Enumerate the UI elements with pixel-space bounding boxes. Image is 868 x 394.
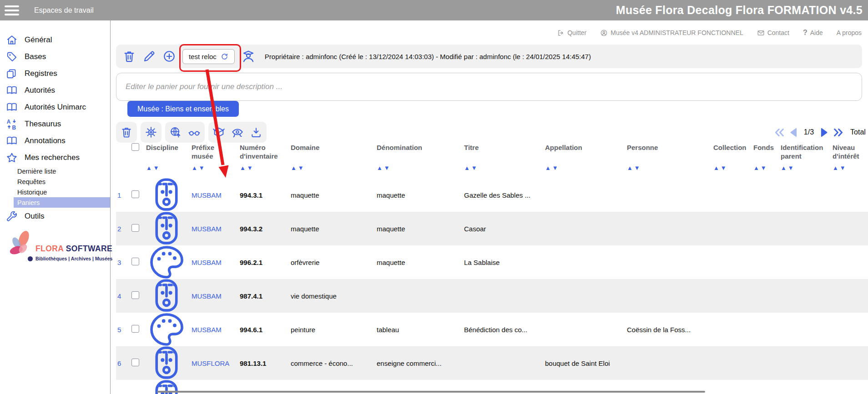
download-icon[interactable] xyxy=(250,126,262,139)
row-checkbox[interactable] xyxy=(131,258,139,265)
sort-control-prefixe-musee[interactable]: ▲▼ xyxy=(192,165,237,171)
prefixe-musee-link[interactable]: MUSBAM xyxy=(192,326,240,334)
trash-icon[interactable] xyxy=(120,126,133,139)
sort-control-numero-d-inventaire[interactable]: ▲▼ xyxy=(240,165,288,171)
row-checkbox[interactable] xyxy=(131,291,139,299)
envelope-icon xyxy=(757,29,765,37)
sidebar-item-label: Autorités Unimarc xyxy=(25,103,86,112)
svg-text:A: A xyxy=(7,118,11,125)
horizontal-scrollbar[interactable] xyxy=(157,391,705,393)
select-all-checkbox[interactable] xyxy=(131,143,139,151)
row-number-link[interactable]: 5 xyxy=(116,326,131,334)
cell-domaine: peinture xyxy=(291,326,377,334)
sidebar-item-autorites-unimarc[interactable]: Autorités Unimarc xyxy=(0,99,110,115)
row-number-link[interactable]: 3 xyxy=(116,259,131,266)
prefixe-musee-link[interactable]: MUSFLORA xyxy=(192,359,240,367)
nav-link-a-propos[interactable]: A propos xyxy=(837,29,862,36)
sidebar-subitem-derniere-liste[interactable]: Dernière liste xyxy=(14,166,110,176)
sort-control-personne[interactable]: ▲▼ xyxy=(627,165,711,171)
sidebar-item-general[interactable]: Général xyxy=(0,31,110,48)
cell-denomination: maquette xyxy=(377,259,464,266)
plus-circle-icon[interactable] xyxy=(162,50,176,63)
toolbar-button-trash-icon[interactable] xyxy=(116,122,137,143)
next-page-icon[interactable] xyxy=(818,126,830,139)
table-row: 2MUSBAM994.3.2maquettemaquetteCasoar xyxy=(116,212,868,245)
first-page-icon[interactable] xyxy=(773,126,786,139)
sort-control-appellation[interactable]: ▲▼ xyxy=(545,165,624,171)
prefixe-musee-link[interactable]: MUSBAM xyxy=(192,225,240,233)
cell-numero-inventaire: 994.3.1 xyxy=(240,191,291,199)
prefixe-musee-link[interactable]: MUSBAM xyxy=(192,191,240,199)
nav-link-aide[interactable]: ?Aide xyxy=(803,29,823,37)
sort-control-fonds[interactable]: ▲▼ xyxy=(753,165,778,171)
basket-name-button[interactable]: test reloc xyxy=(182,49,235,64)
sort-control-domaine[interactable]: ▲▼ xyxy=(291,165,374,171)
sidebar-subitem-historique[interactable]: Historique xyxy=(14,187,110,197)
open-box-icon[interactable] xyxy=(212,126,225,139)
row-number-link[interactable]: 4 xyxy=(116,292,131,300)
prefixe-musee-link[interactable]: MUSBAM xyxy=(192,259,240,266)
toolbar-button-open-box-icon[interactable] xyxy=(208,122,267,143)
cell-domaine: commerce - écono... xyxy=(291,359,377,367)
nav-link-quitter[interactable]: Quitter xyxy=(557,29,586,37)
basket-meta: Propriétaire : adminfonc (Créé le : 13/1… xyxy=(265,53,591,60)
eye-horus-icon[interactable] xyxy=(231,126,244,139)
cell-denomination: enseigne commerci... xyxy=(377,359,464,367)
sidebar-item-outils[interactable]: Outils xyxy=(0,208,110,224)
refresh-icon[interactable] xyxy=(221,53,228,60)
row-number-link[interactable]: 1 xyxy=(116,191,131,199)
pagination: 1/3 Total : 96 xyxy=(773,122,868,143)
sort-control-collection[interactable]: ▲▼ xyxy=(713,165,751,171)
hamburger-menu-icon[interactable] xyxy=(5,5,19,15)
nav-link-label: Musée v4 ADMINISTRATEUR FONCTIONNEL xyxy=(611,29,743,36)
sidebar-item-annotations[interactable]: Annotations xyxy=(0,132,110,149)
home-icon xyxy=(6,34,18,46)
workspace-label[interactable]: Espaces de travail xyxy=(34,6,94,15)
sort-control-titre[interactable]: ▲▼ xyxy=(464,165,542,171)
sort-control-identification-parent[interactable]: ▲▼ xyxy=(781,165,830,171)
sidebar-subitem-paniers[interactable]: Paniers xyxy=(14,197,110,208)
toolbar-button-globe-upload-icon[interactable] xyxy=(165,122,205,143)
toolbar-button-gear-icon[interactable] xyxy=(141,122,161,143)
sidebar-subitem-requetes[interactable]: Requêtes xyxy=(14,176,110,187)
last-page-icon[interactable] xyxy=(832,126,844,139)
cell-numero-inventaire: 994.6.1 xyxy=(240,326,291,334)
previous-page-icon[interactable] xyxy=(788,126,800,139)
glasses-icon[interactable] xyxy=(188,126,201,139)
row-checkbox[interactable] xyxy=(131,325,139,333)
nav-link-musee-v4-administrateur-fonctionnel[interactable]: Musée v4 ADMINISTRATEUR FONCTIONNEL xyxy=(600,29,743,37)
column-label: Fonds xyxy=(753,143,778,162)
row-checkbox[interactable] xyxy=(131,359,139,366)
cell-numero-inventaire: 994.3.2 xyxy=(240,225,291,233)
globe-upload-icon[interactable] xyxy=(169,126,182,139)
sidebar-item-label: Bases xyxy=(25,52,46,61)
trash-icon[interactable] xyxy=(122,50,136,63)
sort-control-denomination[interactable]: ▲▼ xyxy=(377,165,461,171)
row-number-link[interactable]: 2 xyxy=(116,225,131,233)
nav-link-contact[interactable]: Contact xyxy=(757,29,789,37)
column-header-numero-d-inventaire: Numéro d'inventaire▲▼ xyxy=(240,143,291,171)
spy-icon[interactable] xyxy=(241,49,256,64)
pencil-icon[interactable] xyxy=(142,50,156,63)
description-input[interactable] xyxy=(116,73,862,101)
sidebar-item-registres[interactable]: Registres xyxy=(0,65,110,82)
nav-link-label: Quitter xyxy=(567,29,586,36)
row-number-link[interactable]: 6 xyxy=(116,359,131,367)
nav-link-label: Aide xyxy=(810,29,823,36)
sidebar-item-mes-recherches[interactable]: Mes recherches xyxy=(0,149,110,166)
prefixe-musee-link[interactable]: MUSBAM xyxy=(192,292,240,300)
sidebar-item-autorites[interactable]: Autorités xyxy=(0,82,110,99)
sort-control-discipline[interactable]: ▲▼ xyxy=(146,165,189,171)
row-checkbox[interactable] xyxy=(131,224,139,232)
brand-tagline: Bibliothèques | Archives | Musées xyxy=(35,256,112,261)
row-checkbox[interactable] xyxy=(131,190,139,198)
sidebar-item-bases[interactable]: Bases xyxy=(0,48,110,65)
column-header-domaine: Domaine▲▼ xyxy=(291,143,377,171)
sort-control-niveau-d-interet[interactable]: ▲▼ xyxy=(833,165,866,171)
thesaurus-icon: AB xyxy=(6,118,18,130)
scope-tab-button[interactable]: Musée : Biens et ensembles xyxy=(127,101,239,117)
gear-icon[interactable] xyxy=(145,126,157,139)
sidebar-item-thesaurus[interactable]: ABThesaurus xyxy=(0,115,110,132)
tag-icon xyxy=(6,51,18,63)
user-circle-icon xyxy=(600,29,608,37)
